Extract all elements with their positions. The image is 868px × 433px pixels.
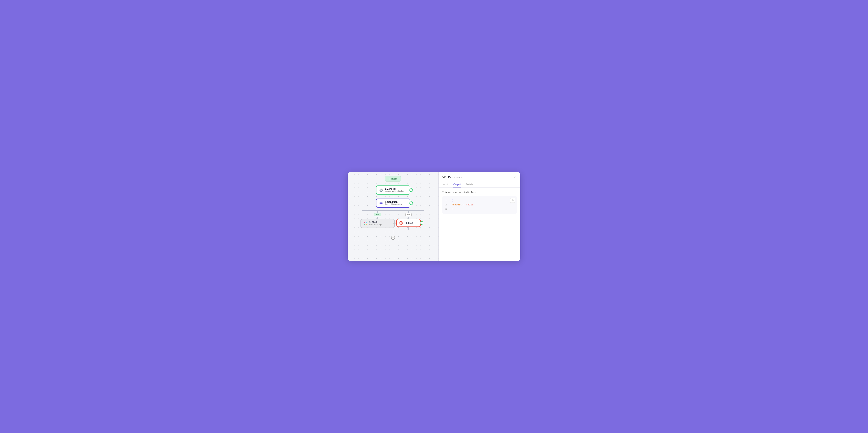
condition-node-row: 2. Condition If Conditions Match ✓	[376, 199, 410, 208]
execution-text: This step was executed in 1ms	[442, 191, 517, 194]
connector-1	[393, 181, 393, 185]
zendesk-text: 1. Zendesk New or updated ticket	[385, 188, 404, 192]
no-branch: NO ✕ 4. Stop ✓	[393, 210, 424, 230]
panel-title: Condition	[442, 175, 463, 179]
line-num-1: 1	[445, 198, 448, 203]
yes-connector	[377, 211, 378, 213]
yes-label: YES	[374, 213, 381, 216]
condition-text: 2. Condition If Conditions Match	[385, 201, 402, 205]
slack-title: 3. Slack	[369, 221, 382, 224]
condition-icon	[379, 201, 383, 205]
stop-node-row: ✕ 4. Stop ✓	[396, 219, 421, 227]
stop-node[interactable]: ✕ 4. Stop ✓	[396, 219, 421, 227]
code-brace-close: }	[452, 207, 453, 212]
slack-subtitle: Post message	[369, 224, 382, 226]
svg-rect-7	[444, 176, 446, 177]
svg-rect-6	[443, 176, 444, 177]
trigger-button[interactable]: Trigger	[385, 176, 401, 181]
svg-rect-1	[381, 203, 382, 203]
line-num-3: 3	[445, 207, 448, 212]
no-connector-2	[408, 217, 409, 219]
code-line-1: 1 {	[445, 198, 514, 203]
code-line-3: 3 }	[445, 207, 514, 212]
tab-input[interactable]: Input	[442, 182, 448, 187]
line-num-2: 2	[445, 203, 448, 207]
condition-subtitle: If Conditions Match	[385, 203, 402, 205]
zendesk-node-row: 1. Zendesk New or updated ticket ✓	[376, 185, 410, 195]
code-line-2: 2 "result": false	[445, 203, 514, 207]
connector-2	[393, 195, 393, 199]
canvas-panel: Trigger 1. Zendesk New or updated ticket	[348, 172, 438, 261]
svg-rect-0	[380, 203, 381, 203]
panel-title-row: Condition ×	[442, 175, 517, 179]
zendesk-status-icon: ✓	[409, 189, 413, 192]
panel-condition-icon	[442, 175, 446, 179]
right-panel: Condition × Input Output Details This st…	[438, 172, 520, 261]
code-block: ⧉ 1 { 2 "result": false 3 }	[442, 196, 517, 213]
copy-button[interactable]: ⧉	[510, 198, 515, 203]
stop-title: 4. Stop	[406, 222, 413, 224]
panel-title-text: Condition	[448, 175, 463, 179]
zendesk-icon	[379, 188, 383, 192]
branch-connector-top	[393, 208, 393, 210]
panel-header: Condition × Input Output Details	[439, 172, 520, 188]
tab-details[interactable]: Details	[466, 182, 474, 187]
zendesk-subtitle: New or updated ticket	[385, 190, 404, 192]
zendesk-node[interactable]: 1. Zendesk New or updated ticket ✓	[376, 185, 410, 195]
branch-split-area: YES	[362, 210, 424, 230]
tab-output[interactable]: Output	[453, 182, 461, 187]
tabs: Input Output Details	[442, 182, 517, 187]
no-label: NO	[405, 213, 412, 216]
slack-node[interactable]: 3. Slack Post message	[361, 219, 395, 228]
yes-branch: YES	[362, 210, 393, 228]
slack-icon	[364, 222, 368, 226]
branch-container: YES	[348, 208, 438, 240]
code-brace-open: {	[452, 198, 453, 203]
code-value: false	[466, 203, 473, 206]
stop-status-icon: ✓	[420, 221, 423, 225]
panel-body: This step was executed in 1ms ⧉ 1 { 2 "r…	[439, 188, 520, 261]
add-step-button[interactable]: +	[391, 236, 395, 240]
condition-status-icon: ✓	[409, 201, 413, 205]
slack-node-row: 3. Slack Post message	[361, 219, 395, 228]
condition-node[interactable]: 2. Condition If Conditions Match ✓	[376, 199, 410, 208]
close-button[interactable]: ×	[513, 175, 517, 179]
stop-icon: ✕	[399, 221, 403, 225]
merge-connector	[393, 230, 393, 234]
no-connector	[408, 211, 409, 213]
app-window: Trigger 1. Zendesk New or updated ticket	[348, 172, 520, 261]
canvas-content: Trigger 1. Zendesk New or updated ticket	[348, 172, 438, 261]
no-bottom-connector	[408, 227, 409, 230]
stop-text: 4. Stop	[406, 222, 413, 224]
code-content: "result": false	[452, 203, 473, 207]
code-key: "result"	[452, 203, 463, 206]
slack-text: 3. Slack Post message	[369, 221, 382, 226]
zendesk-title: 1. Zendesk	[385, 188, 404, 190]
yes-connector-2	[377, 217, 378, 219]
condition-title: 2. Condition	[385, 201, 402, 203]
